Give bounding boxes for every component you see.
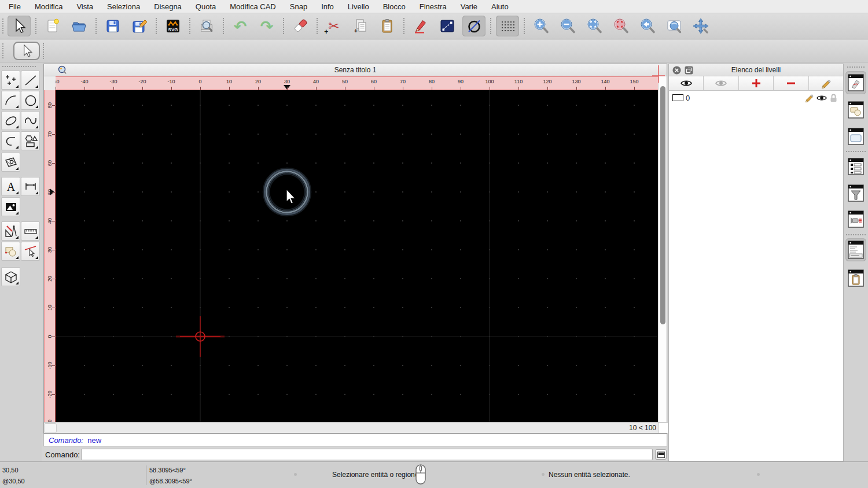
h-ruler-tick bbox=[84, 87, 85, 90]
zoom-back-button[interactable] bbox=[636, 16, 659, 36]
edit-layer-button[interactable] bbox=[809, 76, 843, 90]
dimension-tool-button[interactable] bbox=[21, 177, 40, 196]
undo-button[interactable]: ↶ bbox=[229, 16, 252, 36]
zoom-auto-button[interactable] bbox=[583, 16, 606, 36]
menu-modifica[interactable]: Modifica bbox=[35, 2, 62, 11]
flyout-corner bbox=[16, 191, 19, 194]
document-titlebar[interactable]: Senza titolo 1 bbox=[44, 64, 667, 76]
separator bbox=[846, 151, 866, 152]
menu-info[interactable]: Info bbox=[321, 2, 334, 11]
draw-tools-button[interactable] bbox=[1, 221, 20, 241]
horizontal-scrollbar-thumb[interactable] bbox=[44, 423, 57, 433]
circle-tool-button[interactable] bbox=[462, 16, 486, 36]
polyline-tool-button[interactable] bbox=[1, 131, 20, 150]
cut-button[interactable]: ✂+ bbox=[322, 16, 345, 36]
drawing-canvas[interactable] bbox=[56, 90, 659, 423]
draw-pencil-button[interactable] bbox=[409, 16, 432, 36]
selection-filter-panel-button[interactable] bbox=[845, 182, 866, 205]
solid-3d-tool-button[interactable] bbox=[1, 267, 20, 286]
command-console-toggle-button[interactable] bbox=[655, 449, 667, 460]
h-ruler-label: -10 bbox=[167, 79, 175, 84]
zoom-in-button[interactable] bbox=[529, 16, 553, 36]
toolbar-grip[interactable] bbox=[2, 19, 3, 34]
toolbar-grip[interactable] bbox=[2, 43, 3, 58]
layer-name: 0 bbox=[686, 94, 690, 102]
menu-livello[interactable]: Livello bbox=[348, 2, 369, 11]
show-all-layers-button[interactable] bbox=[669, 76, 704, 90]
copy-button[interactable]: + bbox=[349, 16, 372, 36]
horizontal-scrollbar[interactable]: 10 < 100 bbox=[44, 422, 668, 433]
menu-aiuto[interactable]: Aiuto bbox=[491, 2, 509, 11]
h-ruler-label: 80 bbox=[429, 79, 435, 84]
grid-toggle-button[interactable] bbox=[496, 16, 519, 36]
menu-vista[interactable]: Vista bbox=[76, 2, 93, 11]
image-tool-button[interactable] bbox=[1, 197, 20, 216]
layer-panel-titlebar[interactable]: Elenco dei livelli bbox=[669, 64, 843, 76]
blocks-tool-button[interactable] bbox=[1, 242, 20, 261]
lamp-panel-button[interactable] bbox=[845, 208, 866, 231]
hide-all-layers-button[interactable] bbox=[704, 76, 738, 90]
menu-varie[interactable]: Varie bbox=[461, 2, 477, 11]
redo-button[interactable]: ↷ bbox=[255, 16, 278, 36]
zoom-window-button[interactable] bbox=[663, 16, 686, 36]
hatch-tool-button[interactable] bbox=[1, 153, 20, 172]
menu-quota[interactable]: Quota bbox=[196, 2, 216, 11]
eraser-icon bbox=[292, 17, 309, 35]
circle-tool-button[interactable] bbox=[21, 91, 40, 110]
save-button[interactable] bbox=[101, 16, 124, 36]
selection-arrow-button[interactable] bbox=[8, 16, 31, 36]
view-list-panel-button[interactable] bbox=[845, 155, 866, 178]
plus-icon bbox=[752, 79, 761, 88]
block-list-panel-icon bbox=[848, 101, 864, 119]
layer-lock-icon[interactable] bbox=[830, 94, 837, 102]
modify-tool-button[interactable] bbox=[21, 242, 40, 261]
line-tool-button[interactable] bbox=[21, 71, 40, 90]
line-tool-button[interactable] bbox=[436, 16, 459, 36]
command-input[interactable] bbox=[81, 449, 653, 460]
layer-row[interactable]: 0 bbox=[669, 91, 843, 105]
menu-seleziona[interactable]: Seleziona bbox=[107, 2, 140, 11]
layer-color-swatch[interactable] bbox=[672, 94, 683, 101]
pan-button[interactable] bbox=[689, 16, 712, 36]
measure-tool-button[interactable] bbox=[21, 221, 40, 241]
layer-edit-pencil-icon[interactable] bbox=[804, 93, 814, 102]
menu-blocco[interactable]: Blocco bbox=[383, 2, 406, 11]
vertical-scrollbar[interactable] bbox=[658, 76, 667, 423]
zoom-out-button[interactable] bbox=[556, 16, 579, 36]
save-as-button[interactable] bbox=[128, 16, 151, 36]
palette-grip[interactable] bbox=[2, 66, 36, 67]
new-file-icon bbox=[44, 17, 61, 35]
clipboard-panel-button[interactable] bbox=[845, 267, 866, 290]
menu-file[interactable]: File bbox=[9, 2, 21, 11]
selection-info: Nessun entità selezionate. bbox=[549, 471, 630, 479]
points-tool-button[interactable] bbox=[1, 71, 20, 90]
shapes-tool-button[interactable] bbox=[21, 131, 40, 150]
layer-visible-eye-icon[interactable] bbox=[816, 94, 827, 102]
text-tool-button[interactable]: A bbox=[1, 177, 20, 196]
spline-tool-button[interactable] bbox=[21, 111, 40, 130]
arc-tool-button[interactable] bbox=[1, 91, 20, 110]
block-list-panel-button[interactable] bbox=[845, 98, 866, 121]
paste-button[interactable] bbox=[376, 16, 399, 36]
delete-button[interactable] bbox=[289, 16, 312, 36]
grid-dots bbox=[56, 90, 659, 423]
menu-modifica-cad[interactable]: Modifica CAD bbox=[230, 2, 275, 11]
menu-snap[interactable]: Snap bbox=[290, 2, 307, 11]
library-browser-panel-button[interactable] bbox=[845, 125, 866, 148]
strip-grip[interactable] bbox=[847, 66, 865, 68]
svg-export-button[interactable]: SVG bbox=[161, 16, 185, 36]
remove-layer-button[interactable] bbox=[774, 76, 808, 90]
open-file-button[interactable] bbox=[68, 16, 91, 36]
vertical-scrollbar-thumb[interactable] bbox=[660, 86, 665, 324]
ellipse-tool-button[interactable] bbox=[1, 111, 20, 130]
menu-disegna[interactable]: Disegna bbox=[154, 2, 182, 11]
property-editor-panel-button[interactable] bbox=[845, 71, 866, 94]
selection-tool-button[interactable] bbox=[13, 42, 40, 60]
new-file-button[interactable] bbox=[41, 16, 64, 36]
add-layer-button[interactable] bbox=[739, 76, 774, 90]
zoom-previous-button[interactable] bbox=[609, 16, 632, 36]
print-preview-button[interactable] bbox=[195, 16, 218, 36]
menu-finestra[interactable]: Finestra bbox=[420, 2, 447, 11]
command-line-panel-button[interactable] bbox=[845, 238, 866, 261]
separator bbox=[189, 18, 190, 34]
